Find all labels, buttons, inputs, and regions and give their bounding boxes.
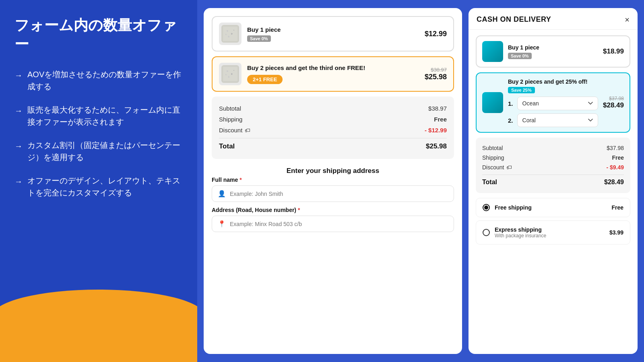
right-panel-body: Buy 1 piece Save 0% $18.99 Buy 2 pieces … <box>469 30 638 253</box>
offer-info-2: Buy 2 pieces and get the third one FREE!… <box>247 64 419 84</box>
address-input-wrapper[interactable]: 📍 <box>212 216 454 232</box>
save-badge-1: Save 0% <box>247 35 271 42</box>
shipping-section-title: Enter your shipping address <box>212 167 454 175</box>
offer-title-2: Buy 2 pieces and get the third one FREE! <box>247 64 419 72</box>
pillow-image-2 <box>221 65 239 83</box>
right-discount-value: - $9.49 <box>606 164 624 171</box>
address-input[interactable] <box>230 221 448 227</box>
right-total-label: Total <box>482 179 497 186</box>
full-name-input-wrapper[interactable]: 👤 <box>212 185 454 202</box>
shipping-option-free[interactable]: Free shipping Free <box>476 198 630 217</box>
pillow-image-1 <box>221 25 239 43</box>
shipping-label: Shipping <box>219 116 242 123</box>
offer-info-1: Buy 1 piece Save 0% <box>247 26 419 42</box>
list-item-text: AOVを増加させるための数量オファーを作成する <box>27 68 183 93</box>
right-panel-header: CASH ON DELIVERY × <box>469 8 638 30</box>
arrow-icon: → <box>14 105 23 117</box>
left-items: → AOVを増加させるための数量オファーを作成する → 販売を最大化するために、… <box>14 68 183 199</box>
right-offer-title-1: Buy 1 piece <box>508 44 598 51</box>
list-item: → カスタム割引（固定値またはパーセンテージ）を適用する <box>14 139 183 163</box>
right-offer-price-2: $37.98 $28.49 <box>603 96 624 109</box>
list-item: → オファーのデザイン、レイアウト、テキストを完全にカスタマイズする <box>14 175 183 199</box>
arrow-icon: → <box>14 175 23 187</box>
left-title: フォーム内の数量オファー <box>14 16 183 54</box>
variant-num-1: 1. <box>508 100 513 107</box>
offer-thumbnail-1 <box>219 23 242 45</box>
total-label: Total <box>219 142 235 150</box>
variant-num-2: 2. <box>508 117 513 124</box>
right-tag-icon: 🏷 <box>506 164 512 171</box>
offer-original-price-2: $38.97 <box>425 67 447 73</box>
offer-thumbnail-2 <box>219 63 242 85</box>
free-shipping-cost: Free <box>611 204 623 211</box>
left-panel: フォーム内の数量オファー → AOVを増加させるための数量オファーを作成する →… <box>0 0 197 362</box>
offer-card-1[interactable]: Buy 1 piece Save 0% $12.99 <box>212 16 454 51</box>
express-shipping-cost: $3.99 <box>609 229 623 236</box>
offer-price-2: $38.97 $25.98 <box>425 67 447 81</box>
right-current-price-1: $18.99 <box>603 47 624 56</box>
right-shipping-value: Free <box>612 154 624 161</box>
required-star: * <box>239 177 242 183</box>
free-shipping-label: Free shipping <box>495 204 607 211</box>
free-badge: 2+1 FREE <box>247 75 283 84</box>
right-offer-info-1: Buy 1 piece Save 0% <box>508 44 598 59</box>
subtotal-label: Subtotal <box>219 105 241 112</box>
list-item: → AOVを増加させるための数量オファーを作成する <box>14 68 183 93</box>
order-summary: Subtotal $38.97 Shipping Free Discount 🏷… <box>212 97 454 159</box>
subtotal-value: $38.97 <box>428 105 447 112</box>
close-button[interactable]: × <box>625 16 630 24</box>
variant-select-1[interactable]: Ocean Coral Navy Sand <box>517 97 598 110</box>
shipping-option-express[interactable]: Express shipping With package insurance … <box>476 220 630 245</box>
variant-row-2: 2. Ocean Coral Navy Sand <box>508 113 598 127</box>
right-total-value: $28.49 <box>604 179 624 186</box>
discount-row: Discount 🏷 - $12.99 <box>219 125 447 136</box>
list-item-text: 販売を最大化するために、フォーム内に直接オファーが表示されます <box>27 104 183 128</box>
offer-current-price-1: $12.99 <box>425 30 447 38</box>
right-subtotal-value: $37.98 <box>607 145 624 151</box>
right-order-summary: Subtotal $37.98 Shipping Free Discount 🏷… <box>476 138 630 193</box>
right-offer-info-2: Buy 2 pieces and get 25% off! Save 25% 1… <box>508 78 598 127</box>
offer-price-1: $12.99 <box>425 30 447 38</box>
arrow-icon: → <box>14 140 23 152</box>
subtotal-row: Subtotal $38.97 <box>219 103 447 114</box>
address-label: Address (Road, House number) * <box>212 207 454 213</box>
variant-select-2[interactable]: Ocean Coral Navy Sand <box>517 113 598 127</box>
teal-pillow-image-2 <box>482 92 503 113</box>
shipping-row: Shipping Free <box>219 114 447 125</box>
offer-card-2[interactable]: Buy 2 pieces and get the third one FREE!… <box>212 56 454 92</box>
list-item-text: カスタム割引（固定値またはパーセンテージ）を適用する <box>27 139 183 163</box>
teal-pillow-image-1 <box>482 41 503 62</box>
right-offer-card-2[interactable]: Buy 2 pieces and get 25% off! Save 25% 1… <box>476 72 630 133</box>
right-save-badge-1: Save 0% <box>508 53 532 59</box>
cod-title: CASH ON DELIVERY <box>477 15 551 24</box>
center-panel: Buy 1 piece Save 0% $12.99 Buy 2 pieces … <box>204 8 462 354</box>
radio-inner <box>484 206 488 210</box>
shipping-value: Free <box>434 116 447 123</box>
right-panel: CASH ON DELIVERY × Buy 1 piece Save 0% $… <box>469 8 638 354</box>
variant-selects: 1. Ocean Coral Navy Sand 2. Ocean <box>508 97 598 127</box>
free-shipping-name: Free shipping <box>495 204 607 211</box>
right-current-price-2: $28.49 <box>603 101 624 109</box>
right-shipping-label: Shipping <box>482 154 504 161</box>
right-offer-title-2: Buy 2 pieces and get 25% off! <box>508 78 598 85</box>
location-icon: 📍 <box>218 220 226 228</box>
express-shipping-desc: With package insurance <box>495 233 605 239</box>
right-offer-card-1[interactable]: Buy 1 piece Save 0% $18.99 <box>476 35 630 68</box>
right-shipping-row: Shipping Free <box>482 153 624 162</box>
full-name-input[interactable] <box>230 191 448 197</box>
variant-row-1: 1. Ocean Coral Navy Sand <box>508 97 598 110</box>
arrow-icon: → <box>14 69 23 81</box>
express-shipping-label: Express shipping With package insurance <box>495 226 605 239</box>
total-row: Total $25.98 <box>219 138 447 152</box>
right-total-row: Total $28.49 <box>482 175 624 187</box>
full-name-label: Full name * <box>212 177 454 183</box>
radio-express-shipping[interactable] <box>483 229 490 236</box>
radio-free-shipping[interactable] <box>483 204 490 211</box>
right-subtotal-row: Subtotal $37.98 <box>482 143 624 153</box>
offer-current-price-2: $25.98 <box>425 73 447 81</box>
shipping-address-section: Enter your shipping address Full name * … <box>212 164 454 237</box>
total-value: $25.98 <box>426 142 447 150</box>
right-discount-row: Discount 🏷 - $9.49 <box>482 162 624 172</box>
shipping-options: Free shipping Free Express shipping With… <box>476 198 630 248</box>
right-subtotal-label: Subtotal <box>482 145 503 151</box>
